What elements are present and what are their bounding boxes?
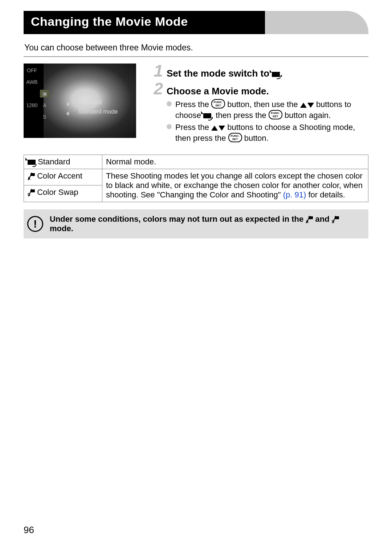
lcd-label-standard: Standard	[78, 99, 102, 106]
caution-icon: !	[27, 216, 43, 232]
bullet-icon	[167, 101, 172, 106]
color-swap-icon	[28, 189, 35, 196]
table-row: Standard Normal mode.	[24, 155, 368, 169]
func-set-icon	[228, 133, 242, 142]
mode-label: Color Accent	[37, 171, 82, 180]
movie-icon	[28, 160, 36, 165]
up-down-icon	[300, 103, 314, 108]
mode-desc: Normal mode.	[102, 155, 368, 169]
bullet: Press the button, then use the buttons t…	[167, 99, 368, 120]
step-2-body: Press the button, then use the buttons t…	[167, 99, 368, 144]
lcd-left-column-2: ▣ A S	[40, 66, 50, 135]
step-columns: OFF AWB 1280 ▣ A S Standard Standard mod…	[24, 64, 368, 149]
intro-text: You can choose between three Movie modes…	[24, 43, 368, 53]
page-number: 96	[24, 524, 34, 536]
steps: 1 Set the mode switch to . 2 Choose a Mo…	[151, 64, 368, 149]
section-title: Changing the Movie Mode	[24, 11, 368, 29]
modes-table: Standard Normal mode. Color Accent These…	[24, 155, 368, 202]
up-down-icon	[211, 126, 225, 131]
color-swap-icon	[332, 216, 339, 223]
mode-desc-shared: These Shooting modes let you change all …	[102, 169, 368, 202]
bullet-icon	[167, 124, 172, 129]
caution-note: ! Under some conditions, colors may not …	[24, 209, 368, 238]
step-2: 2 Choose a Movie mode.	[151, 81, 368, 97]
lcd-left-column-1: OFF AWB 1280	[27, 66, 37, 135]
color-accent-icon	[306, 216, 313, 223]
page-link[interactable]: (p. 91)	[283, 190, 306, 199]
step-1: 1 Set the mode switch to .	[151, 64, 368, 79]
color-accent-icon	[28, 173, 35, 180]
lcd-image: OFF AWB 1280 ▣ A S Standard Standard mod…	[24, 64, 136, 149]
mode-label: Standard	[38, 157, 70, 166]
func-set-icon	[269, 110, 282, 119]
mode-label: Color Swap	[37, 188, 78, 197]
step-number: 2	[151, 81, 163, 96]
movie-icon	[272, 72, 280, 77]
step-number: 1	[151, 64, 163, 78]
step-1-title: Set the mode switch to .	[167, 68, 283, 79]
bullet: Press the buttons to choose a Shooting m…	[167, 122, 368, 143]
manual-page: Changing the Movie Mode You can choose b…	[0, 0, 392, 552]
func-set-icon	[211, 99, 225, 109]
movie-icon	[203, 113, 211, 118]
table-row: Color Accent These Shooting modes let yo…	[24, 169, 368, 185]
divider	[24, 56, 368, 57]
caution-text: Under some conditions, colors may not tu…	[50, 214, 363, 233]
step-2-title: Choose a Movie mode.	[167, 86, 269, 97]
section-title-bar: Changing the Movie Mode	[24, 11, 368, 34]
lcd-label-standard-mode: Standard mode	[78, 109, 118, 115]
